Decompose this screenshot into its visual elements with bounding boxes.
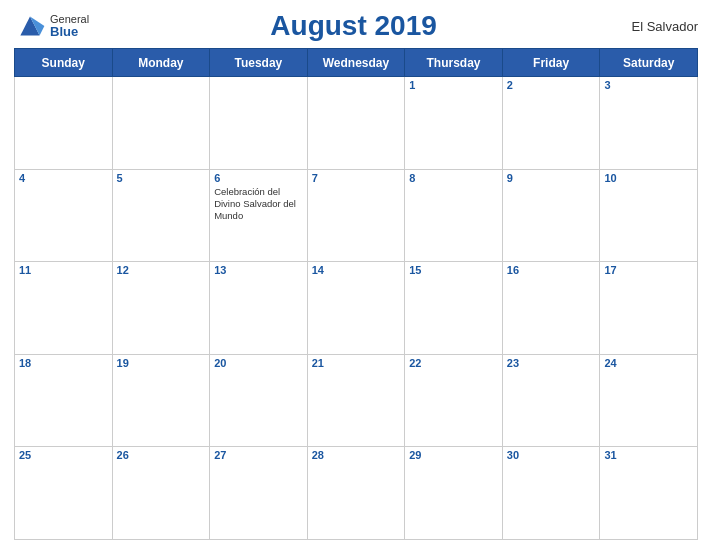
day-number: 13 [214, 264, 303, 276]
calendar-cell: 17 [600, 262, 698, 355]
calendar-week-2: 456Celebración del Divino Salvador del M… [15, 169, 698, 262]
calendar-cell [210, 77, 308, 170]
calendar-cell: 28 [307, 447, 405, 540]
day-number: 24 [604, 357, 693, 369]
calendar-cell: 2 [502, 77, 600, 170]
day-number: 10 [604, 172, 693, 184]
day-number: 30 [507, 449, 596, 461]
day-number: 7 [312, 172, 401, 184]
header-wednesday: Wednesday [307, 49, 405, 77]
day-number: 31 [604, 449, 693, 461]
calendar-cell: 25 [15, 447, 113, 540]
day-number: 2 [507, 79, 596, 91]
calendar-cell: 12 [112, 262, 210, 355]
calendar-week-4: 18192021222324 [15, 354, 698, 447]
day-number: 18 [19, 357, 108, 369]
calendar-cell: 5 [112, 169, 210, 262]
calendar-cell: 8 [405, 169, 503, 262]
day-number: 9 [507, 172, 596, 184]
country-label: El Salvador [618, 19, 698, 34]
day-number: 11 [19, 264, 108, 276]
header-saturday: Saturday [600, 49, 698, 77]
calendar-cell: 1 [405, 77, 503, 170]
header-friday: Friday [502, 49, 600, 77]
day-number: 14 [312, 264, 401, 276]
day-number: 8 [409, 172, 498, 184]
day-number: 12 [117, 264, 206, 276]
day-number: 16 [507, 264, 596, 276]
calendar-cell: 22 [405, 354, 503, 447]
day-number: 23 [507, 357, 596, 369]
logo-blue-text: Blue [50, 25, 89, 39]
calendar-cell: 20 [210, 354, 308, 447]
calendar-cell: 10 [600, 169, 698, 262]
day-number: 4 [19, 172, 108, 184]
day-number: 28 [312, 449, 401, 461]
calendar-cell: 11 [15, 262, 113, 355]
day-number: 17 [604, 264, 693, 276]
day-number: 20 [214, 357, 303, 369]
day-number: 22 [409, 357, 498, 369]
calendar-cell: 6Celebración del Divino Salvador del Mun… [210, 169, 308, 262]
day-number: 5 [117, 172, 206, 184]
calendar-cell: 30 [502, 447, 600, 540]
logo-icon [14, 10, 46, 42]
calendar-cell: 16 [502, 262, 600, 355]
day-number: 15 [409, 264, 498, 276]
weekday-header-row: Sunday Monday Tuesday Wednesday Thursday… [15, 49, 698, 77]
day-number: 27 [214, 449, 303, 461]
logo: General Blue [14, 10, 89, 42]
calendar-cell: 19 [112, 354, 210, 447]
calendar-cell: 4 [15, 169, 113, 262]
day-number: 6 [214, 172, 303, 184]
calendar-week-5: 25262728293031 [15, 447, 698, 540]
header-monday: Monday [112, 49, 210, 77]
calendar-page: General Blue August 2019 El Salvador Sun… [0, 0, 712, 550]
calendar-cell: 7 [307, 169, 405, 262]
calendar-cell [307, 77, 405, 170]
calendar-cell: 29 [405, 447, 503, 540]
calendar-cell: 14 [307, 262, 405, 355]
calendar-table: Sunday Monday Tuesday Wednesday Thursday… [14, 48, 698, 540]
calendar-cell: 3 [600, 77, 698, 170]
calendar-cell: 31 [600, 447, 698, 540]
header-sunday: Sunday [15, 49, 113, 77]
calendar-header: General Blue August 2019 El Salvador [14, 10, 698, 42]
calendar-cell: 21 [307, 354, 405, 447]
calendar-cell: 23 [502, 354, 600, 447]
calendar-cell: 13 [210, 262, 308, 355]
calendar-cell: 15 [405, 262, 503, 355]
day-number: 21 [312, 357, 401, 369]
logo-text: General Blue [50, 13, 89, 39]
day-number: 1 [409, 79, 498, 91]
holiday-label: Celebración del Divino Salvador del Mund… [214, 186, 303, 223]
calendar-cell: 18 [15, 354, 113, 447]
calendar-cell [15, 77, 113, 170]
calendar-cell: 27 [210, 447, 308, 540]
day-number: 3 [604, 79, 693, 91]
calendar-week-3: 11121314151617 [15, 262, 698, 355]
month-title: August 2019 [89, 10, 618, 42]
day-number: 26 [117, 449, 206, 461]
calendar-cell: 9 [502, 169, 600, 262]
header-thursday: Thursday [405, 49, 503, 77]
calendar-cell: 26 [112, 447, 210, 540]
day-number: 19 [117, 357, 206, 369]
calendar-cell: 24 [600, 354, 698, 447]
day-number: 29 [409, 449, 498, 461]
calendar-week-1: 123 [15, 77, 698, 170]
calendar-cell [112, 77, 210, 170]
day-number: 25 [19, 449, 108, 461]
header-tuesday: Tuesday [210, 49, 308, 77]
